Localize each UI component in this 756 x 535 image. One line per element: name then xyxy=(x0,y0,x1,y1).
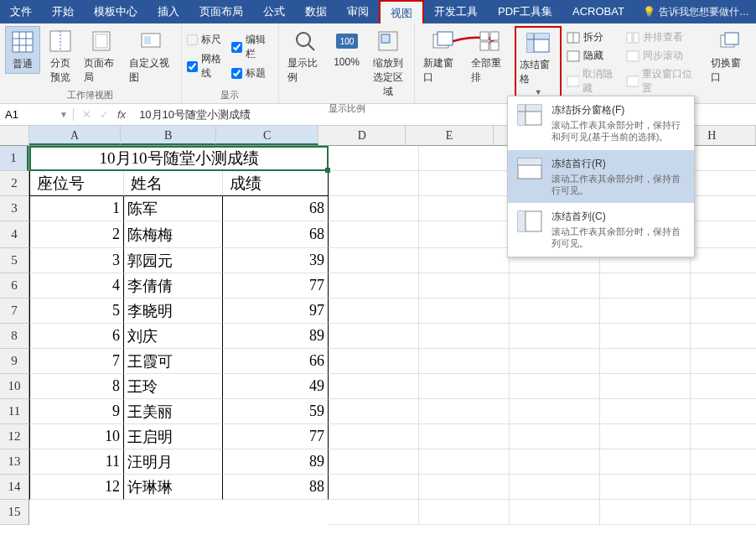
cell[interactable] xyxy=(510,349,600,374)
row-header-3[interactable]: 3 xyxy=(0,196,28,221)
cell[interactable]: 88 xyxy=(223,475,329,500)
new-window-button[interactable]: 新建窗口 xyxy=(420,26,463,86)
cell[interactable]: 8 xyxy=(29,374,124,399)
cell[interactable]: 5 xyxy=(29,299,124,324)
tab-view[interactable]: 视图 xyxy=(379,0,424,23)
cell[interactable] xyxy=(691,196,756,221)
cell[interactable]: 49 xyxy=(223,374,329,399)
tab-acrobat[interactable]: ACROBAT xyxy=(562,0,634,23)
cell[interactable] xyxy=(329,248,419,273)
tab-review[interactable]: 审阅 xyxy=(337,0,379,23)
cell[interactable] xyxy=(691,475,756,500)
cell[interactable]: 陈梅梅 xyxy=(124,221,223,248)
chk-formula-bar[interactable]: 编辑栏 xyxy=(231,33,272,61)
cell[interactable]: 座位号 xyxy=(29,171,124,196)
cell[interactable]: 89 xyxy=(223,449,329,475)
cell[interactable]: 68 xyxy=(223,221,329,248)
col-header-E[interactable]: E xyxy=(406,126,493,145)
cell[interactable]: 10月10号随堂小测成绩 xyxy=(29,146,329,171)
tab-insert[interactable]: 插入 xyxy=(148,0,189,23)
tab-pdf[interactable]: PDF工具集 xyxy=(488,0,562,23)
select-all-corner[interactable] xyxy=(0,126,29,146)
split-button[interactable]: 拆分 xyxy=(565,29,621,45)
cell[interactable] xyxy=(510,399,600,424)
cell[interactable] xyxy=(329,273,419,299)
cell[interactable] xyxy=(329,399,419,424)
cell[interactable]: 7 xyxy=(29,349,124,374)
row-header-11[interactable]: 11 xyxy=(0,399,28,424)
cell[interactable] xyxy=(691,349,756,374)
tell-me-search[interactable]: 💡 告诉我您想要做什… xyxy=(636,5,756,19)
cell[interactable] xyxy=(600,299,691,324)
cell[interactable] xyxy=(691,248,756,273)
cell[interactable] xyxy=(329,475,419,500)
col-header-B[interactable]: B xyxy=(121,126,216,145)
row-header-6[interactable]: 6 xyxy=(0,273,28,299)
cell[interactable] xyxy=(329,500,419,525)
freeze-panes-option[interactable]: 冻结拆分窗格(F)滚动工作表其余部分时，保持行和列可见(基于当前的选择)。 xyxy=(508,96,694,150)
zoom-button[interactable]: 显示比例 xyxy=(284,26,327,86)
row-header-2[interactable]: 2 xyxy=(0,171,28,196)
enter-icon[interactable]: ✓ xyxy=(100,108,109,121)
cell[interactable] xyxy=(329,324,419,349)
cell[interactable]: 4 xyxy=(29,273,124,299)
zoom-selection-button[interactable]: 缩放到 选定区域 xyxy=(367,26,410,101)
tab-dev[interactable]: 开发工具 xyxy=(424,0,488,23)
cell[interactable] xyxy=(600,374,691,399)
cell[interactable] xyxy=(691,374,756,399)
chk-gridlines[interactable]: 网格线 xyxy=(187,52,228,81)
cell[interactable]: 王启明 xyxy=(124,424,223,449)
cell[interactable]: 12 xyxy=(29,475,124,500)
hide-button[interactable]: 隐藏 xyxy=(565,48,621,64)
cell[interactable] xyxy=(329,374,419,399)
row-header-4[interactable]: 4 xyxy=(0,221,28,248)
view-custom-button[interactable]: 自定义视图 xyxy=(126,26,176,86)
cell[interactable] xyxy=(419,146,510,171)
cell[interactable]: 97 xyxy=(223,299,329,324)
cell[interactable] xyxy=(600,500,691,525)
row-header-10[interactable]: 10 xyxy=(0,374,28,399)
cell[interactable] xyxy=(419,196,510,221)
cell[interactable]: 姓名 xyxy=(124,171,223,196)
cell[interactable] xyxy=(419,349,510,374)
cell[interactable] xyxy=(691,399,756,424)
cell[interactable] xyxy=(691,146,756,171)
cell[interactable] xyxy=(600,475,691,500)
cell[interactable]: 汪明月 xyxy=(124,449,223,475)
col-header-C[interactable]: C xyxy=(216,126,318,145)
cell[interactable] xyxy=(329,349,419,374)
name-box[interactable]: A1▼ xyxy=(0,108,74,121)
cell[interactable] xyxy=(510,449,600,475)
arrange-all-button[interactable]: 全部重排 xyxy=(468,26,511,86)
row-header-12[interactable]: 12 xyxy=(0,424,28,449)
cell[interactable] xyxy=(600,349,691,374)
cell[interactable] xyxy=(419,221,510,248)
cell[interactable] xyxy=(600,424,691,449)
cell[interactable] xyxy=(600,324,691,349)
cell[interactable]: 9 xyxy=(29,399,124,424)
cell[interactable] xyxy=(329,146,419,171)
tab-formula[interactable]: 公式 xyxy=(253,0,295,23)
tab-file[interactable]: 文件 xyxy=(0,0,42,23)
cell[interactable] xyxy=(691,449,756,475)
row-header-1[interactable]: 1 xyxy=(0,146,28,171)
cell[interactable] xyxy=(419,399,510,424)
view-pagebreak-button[interactable]: 分页 预览 xyxy=(44,26,77,86)
cell[interactable] xyxy=(510,500,600,525)
cell[interactable] xyxy=(691,500,756,525)
cell[interactable]: 王美丽 xyxy=(124,399,223,424)
cell[interactable]: 刘庆 xyxy=(124,324,223,349)
cell[interactable] xyxy=(329,424,419,449)
view-pagelayout-button[interactable]: 页面布局 xyxy=(80,26,122,86)
tab-template[interactable]: 模板中心 xyxy=(84,0,148,23)
cell[interactable] xyxy=(419,299,510,324)
cell[interactable]: 李倩倩 xyxy=(124,273,223,299)
cell[interactable] xyxy=(510,374,600,399)
cell[interactable] xyxy=(510,475,600,500)
cell[interactable]: 89 xyxy=(223,324,329,349)
cell[interactable]: 王霞可 xyxy=(124,349,223,374)
cell[interactable] xyxy=(419,171,510,196)
cell[interactable] xyxy=(510,324,600,349)
chk-ruler[interactable]: 标尺 xyxy=(187,33,228,47)
freeze-top-row-option[interactable]: 冻结首行(R)滚动工作表其余部分时，保持首行可见。 xyxy=(508,150,694,204)
